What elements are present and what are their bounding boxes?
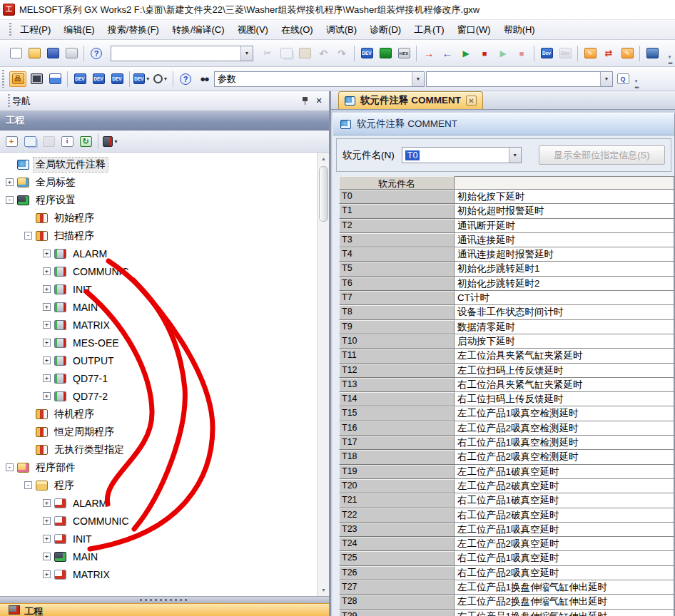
device-hex-icon[interactable]: HEX (395, 46, 412, 61)
device-cell[interactable]: T3 (339, 233, 455, 247)
expand-icon[interactable]: + (6, 178, 14, 186)
paste-icon[interactable] (296, 46, 313, 61)
expand-icon[interactable]: + (43, 303, 51, 311)
toolbar-overflow-icon[interactable]: ▾▂ (666, 40, 674, 66)
tree-item-init[interactable]: +INIT (0, 280, 317, 298)
redo-icon[interactable]: ↷ (333, 46, 350, 61)
tree-item-qd77-1[interactable]: +QD77-1 (0, 369, 317, 387)
doc-find-icon[interactable]: Q (614, 71, 631, 87)
comment-cell[interactable]: 左工位产品2吸真空检测延时 (455, 421, 674, 436)
comment-cell[interactable]: 初始化超时报警延时 (455, 204, 674, 218)
tree-item-qd77-2[interactable]: +QD77-2 (0, 387, 317, 405)
comment-cell[interactable]: 左工位产品2吸真空延时 (455, 537, 674, 551)
column-header-device[interactable]: 软元件名 (339, 176, 455, 190)
menu-9[interactable]: 窗口(W) (451, 21, 497, 38)
comment-cell[interactable]: 左工位治具夹紧气缸夹紧延时 (455, 349, 674, 363)
close-icon[interactable]: ✕ (313, 96, 325, 106)
tree-item-init[interactable]: +INIT (0, 530, 317, 548)
comment-cell[interactable]: 左工位产品1破真空延时 (455, 465, 674, 479)
comment-edit-icon[interactable]: ⇄ (600, 46, 617, 61)
toolbar-overflow-icon[interactable]: ▾▂ (633, 67, 641, 91)
help2-icon[interactable]: ? (177, 71, 194, 87)
comment-cell[interactable]: 启动按下延时 (455, 334, 674, 349)
combo-dropdown-icon[interactable]: ▼ (509, 148, 521, 163)
nav-bottom-tab-project[interactable]: 工程 (0, 603, 329, 616)
monitor-start-icon[interactable]: ▶ (457, 46, 474, 61)
collapse-icon[interactable]: - (6, 196, 14, 204)
combo-dropdown-icon[interactable]: ▼ (240, 46, 253, 61)
menu-8[interactable]: 工具(T) (407, 21, 451, 38)
comment-cell[interactable]: 初始化按下延时 (455, 190, 674, 204)
tree-item-alarm[interactable]: +ALARM (0, 245, 317, 262)
device-cell[interactable]: T0 (339, 190, 455, 204)
device-eye-icon[interactable]: DEV▼ (133, 71, 151, 87)
comment-cell[interactable]: 左工位产品2破真空延时 (455, 479, 674, 493)
tree-item-全局软元件注释[interactable]: 全局软元件注释 (0, 155, 317, 173)
tree-item-communic[interactable]: +COMMUNIC (0, 262, 317, 280)
copy-icon[interactable] (278, 46, 295, 61)
tree-item-main[interactable]: +MAIN (0, 548, 317, 565)
tree-item-初始程序[interactable]: 初始程序 (0, 209, 317, 227)
new-file-icon[interactable] (7, 46, 24, 61)
paste-item-icon[interactable] (40, 133, 57, 149)
scroll-down-icon[interactable]: ▼ (318, 584, 329, 596)
find-zoom-icon[interactable]: ▼ (152, 71, 169, 87)
tree-item-待机程序[interactable]: 待机程序 (0, 405, 317, 423)
device-cell[interactable]: T11 (339, 349, 455, 363)
help-icon[interactable]: ? (88, 46, 105, 61)
device-cell[interactable]: T8 (339, 305, 455, 319)
monitor-resume-icon[interactable]: ■ (513, 46, 530, 61)
tree-item-扫描程序[interactable]: -扫描程序 (0, 227, 317, 245)
device-cell[interactable]: T5 (339, 262, 455, 276)
tree-item-全局标签[interactable]: +全局标签 (0, 173, 317, 191)
collapse-icon[interactable]: - (24, 232, 32, 240)
device-cell[interactable]: T10 (339, 334, 455, 349)
tree-item-程序设置[interactable]: -程序设置 (0, 191, 317, 209)
quick-find-combo[interactable]: ▼ (111, 46, 253, 61)
menu-10[interactable]: 帮助(H) (497, 21, 542, 38)
comment-cell[interactable]: 左工位扫码上传反馈延时 (455, 364, 674, 378)
comment-cell[interactable]: 右工位产品1吸真空延时 (455, 551, 674, 565)
tree-item-无执行类型指定[interactable]: 无执行类型指定 (0, 441, 317, 458)
menu-3[interactable]: 转换/编译(C) (166, 21, 231, 38)
expand-icon[interactable]: + (43, 285, 51, 293)
collapse-icon[interactable]: - (6, 463, 14, 471)
device-cell[interactable]: T2 (339, 219, 455, 233)
comment-cell[interactable]: 右工位产品2破真空延时 (455, 508, 674, 523)
tree-item-程序部件[interactable]: -程序部件 (0, 458, 317, 476)
panel-splitter[interactable] (0, 596, 329, 603)
comment-cell[interactable]: 左工位产品2换盘伸缩气缸伸出延时 (455, 595, 674, 609)
comment-cell[interactable]: 左工位产品1吸真空检测延时 (455, 406, 674, 421)
device-cell[interactable]: T29 (339, 610, 455, 616)
new-item-icon[interactable]: + (3, 133, 20, 149)
comment-cell[interactable]: 右工位产品1破真空延时 (455, 493, 674, 508)
filter-device-icon[interactable]: ▼ (102, 133, 119, 149)
comment-cell[interactable]: 通讯断开延时 (455, 219, 674, 233)
tree-item-恒定周期程序[interactable]: 恒定周期程序 (0, 423, 317, 441)
tree-item-matrix[interactable]: +MATRIX (0, 565, 317, 583)
tab-close-icon[interactable]: ✕ (466, 96, 477, 106)
expand-icon[interactable]: + (43, 339, 51, 346)
comment-cell[interactable]: 初始化步跳转延时2 (455, 277, 674, 291)
menu-1[interactable]: 编辑(E) (57, 21, 101, 38)
menu-6[interactable]: 调试(B) (320, 21, 363, 38)
find-binocular-icon[interactable]: ●● (196, 71, 213, 87)
comment-cell[interactable]: 右工位扫码上传反馈延时 (455, 392, 674, 406)
menu-7[interactable]: 诊断(D) (363, 21, 407, 38)
tree-item-communic[interactable]: +COMMUNIC (0, 512, 317, 530)
device-cell[interactable]: T22 (339, 508, 455, 523)
device-cell[interactable]: T28 (339, 595, 455, 609)
tree-item-main[interactable]: +MAIN (0, 298, 317, 316)
expand-icon[interactable]: + (43, 321, 51, 329)
comment-cell[interactable]: CT计时 (455, 291, 674, 305)
comment-jump-icon[interactable]: ✎ (582, 46, 599, 61)
comment-cell[interactable]: 左工位产品1吸真空延时 (455, 523, 674, 537)
comment-cell[interactable]: 右工位治具夹紧气缸夹紧延时 (455, 378, 674, 392)
device-cell[interactable]: T6 (339, 277, 455, 291)
device-cell[interactable]: T20 (339, 479, 455, 493)
module-config-icon[interactable] (28, 71, 45, 87)
device-test2-icon[interactable]: Dev (557, 46, 574, 61)
comment-back-icon[interactable]: ✎ (619, 46, 636, 61)
comment-cell[interactable]: 通讯连接超时报警延时 (455, 247, 674, 262)
expand-icon[interactable]: + (43, 499, 51, 507)
